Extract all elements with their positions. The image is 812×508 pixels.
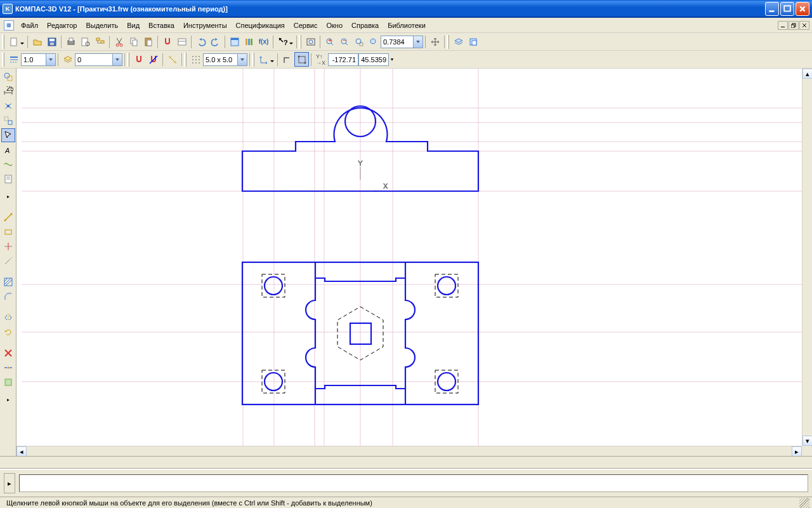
zoom-object-button[interactable] — [366, 34, 381, 49]
text-button[interactable]: A — [1, 143, 15, 157]
grid-combo[interactable] — [203, 53, 247, 66]
menu-service[interactable]: Сервис — [289, 20, 322, 30]
paste-button[interactable] — [141, 34, 155, 49]
zoom-window-button[interactable] — [351, 34, 366, 49]
scroll-down-button[interactable]: ▾ — [802, 436, 812, 446]
menu-insert[interactable]: Вставка — [144, 20, 179, 30]
print-preview-button[interactable] — [78, 34, 93, 49]
svg-rect-112 — [350, 323, 371, 344]
coord-more-button[interactable]: ▾ — [389, 52, 395, 67]
svg-rect-61 — [8, 76, 12, 81]
close-button[interactable] — [796, 2, 809, 16]
document-icon[interactable]: ▦ — [4, 20, 14, 30]
menu-spec[interactable]: Спецификация — [232, 20, 289, 30]
copy-button[interactable] — [126, 34, 141, 49]
menu-view[interactable]: Вид — [122, 20, 144, 30]
grid-button[interactable] — [188, 52, 203, 67]
canvas[interactable]: Y X — [16, 69, 812, 456]
snap-orto-button[interactable] — [294, 52, 309, 67]
menu-editor[interactable]: Редактор — [43, 20, 81, 30]
svg-rect-2 — [781, 27, 785, 27]
more-button[interactable]: ▸ — [1, 189, 15, 203]
undo-button[interactable] — [193, 34, 208, 49]
layers-button[interactable] — [451, 34, 466, 49]
scroll-right-button[interactable]: ▸ — [792, 446, 802, 457]
snap-button[interactable] — [160, 34, 174, 49]
mdi-restore-button[interactable] — [789, 21, 799, 30]
tool-trim-button[interactable] — [1, 239, 15, 253]
command-input[interactable] — [19, 474, 808, 492]
layer-combo[interactable] — [75, 53, 122, 66]
minimize-button[interactable] — [765, 2, 779, 16]
dimensions-button[interactable]: 25 — [1, 84, 15, 98]
zoom-out-button[interactable]: − — [337, 34, 351, 49]
mdi-minimize-button[interactable] — [778, 21, 788, 30]
scroll-up-button[interactable]: ▴ — [802, 69, 812, 79]
layer-input[interactable] — [75, 53, 113, 66]
snap-toggle-button[interactable] — [131, 52, 146, 67]
more-tools-button[interactable]: ▸ — [1, 392, 15, 406]
svg-rect-0 — [769, 10, 774, 11]
redo-button[interactable] — [208, 34, 223, 49]
parametric-button[interactable] — [1, 157, 15, 171]
zoom-in-button[interactable]: + — [322, 34, 337, 49]
geometry-button[interactable] — [1, 70, 15, 84]
cut-button[interactable] — [112, 34, 126, 49]
menu-file[interactable]: Файл — [16, 20, 43, 30]
tool-group-button[interactable] — [1, 375, 15, 389]
tool-delete-button[interactable] — [1, 346, 15, 360]
tool-rect-button[interactable] — [1, 225, 15, 239]
properties-button[interactable] — [174, 34, 189, 49]
mdi-close-button[interactable] — [799, 21, 809, 30]
views-button[interactable] — [466, 34, 480, 49]
symbols-button[interactable] — [1, 99, 15, 113]
pan-button[interactable] — [428, 34, 442, 49]
linewidth-combo[interactable] — [21, 53, 56, 66]
tree-button[interactable] — [93, 34, 107, 49]
manager-button[interactable] — [227, 34, 242, 49]
variables-button[interactable]: f(x) — [256, 34, 271, 49]
linestyle-button[interactable] — [6, 52, 21, 67]
print-button[interactable] — [63, 34, 78, 49]
panel-splitter[interactable] — [0, 456, 812, 469]
tool-extend-button[interactable] — [1, 254, 15, 268]
horizontal-scrollbar[interactable]: ◂ ▸ — [16, 446, 802, 456]
maximize-button[interactable] — [780, 2, 794, 16]
tool-hatch-button[interactable] — [1, 275, 15, 289]
zoom-input[interactable] — [381, 36, 414, 48]
menu-select[interactable]: Выделить — [81, 20, 122, 30]
save-button[interactable] — [44, 34, 59, 49]
layer-icon-button[interactable] — [60, 52, 75, 67]
linewidth-input[interactable] — [21, 53, 46, 66]
grid-input[interactable] — [203, 53, 238, 66]
zoom-combo[interactable] — [381, 36, 423, 48]
svg-line-82 — [4, 278, 8, 281]
spec-button[interactable] — [1, 172, 15, 186]
coord-x-input[interactable] — [328, 53, 358, 66]
menu-libraries[interactable]: Библиотеки — [383, 20, 430, 30]
tool-break-button[interactable] — [1, 361, 15, 375]
edit-button[interactable] — [1, 114, 15, 128]
tool-line-button[interactable] — [1, 210, 15, 224]
menu-window[interactable]: Окно — [322, 20, 347, 30]
vertical-scrollbar[interactable]: ▴ ▾ — [802, 69, 812, 446]
tool-mirror-button[interactable] — [1, 311, 15, 324]
coord-system-button[interactable] — [256, 52, 275, 67]
tool-rotate-button[interactable] — [1, 325, 15, 339]
select-button[interactable] — [1, 128, 15, 142]
menu-help[interactable]: Справка — [347, 20, 383, 30]
library-button[interactable] — [242, 34, 256, 49]
ortho-button[interactable] — [280, 52, 294, 67]
tool-chamfer-button[interactable] — [1, 290, 15, 304]
zoom-fit-button[interactable] — [303, 34, 318, 49]
menu-tools[interactable]: Инструменты — [179, 20, 232, 30]
dimension-button[interactable] — [165, 52, 180, 67]
open-button[interactable] — [30, 34, 44, 49]
coord-y-input[interactable] — [358, 53, 389, 66]
scroll-left-button[interactable]: ◂ — [16, 446, 27, 457]
svg-text:X: X — [383, 182, 388, 190]
command-expand-button[interactable]: ▸ — [4, 473, 15, 493]
help-context-button[interactable]: ? — [275, 34, 294, 49]
snap-off-button[interactable] — [146, 52, 160, 67]
new-button[interactable] — [6, 34, 25, 49]
